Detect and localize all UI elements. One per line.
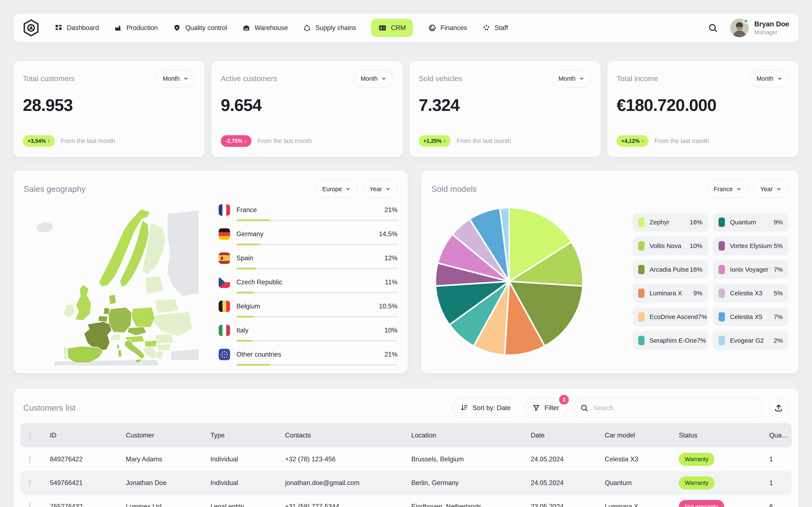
nav-item-production[interactable]: Production (114, 23, 158, 32)
map-balkans (142, 346, 158, 359)
search-input[interactable] (593, 404, 755, 412)
stat-period-select[interactable]: Month (750, 70, 789, 88)
nav-item-quality[interactable]: Quality control (172, 23, 227, 32)
nav-item-supply[interactable]: Supply chains (303, 23, 356, 32)
nav-item-finances[interactable]: Finances (428, 23, 467, 32)
change-badge: -2,75% ↓ (221, 135, 251, 147)
country-row-be: Belgium 10.5% (219, 300, 398, 318)
models-period-select[interactable]: Year (753, 180, 788, 198)
legend-percent: 5% (774, 290, 783, 297)
nav-search-icon[interactable] (708, 23, 718, 33)
map-portugal (63, 346, 68, 359)
column-header-date[interactable]: Date (529, 432, 603, 439)
country-percent: 12% (385, 255, 398, 262)
row-checkbox[interactable] (29, 479, 31, 487)
map-turkey (170, 349, 199, 360)
europe-map (21, 201, 207, 366)
legend-swatch (718, 241, 725, 250)
stat-title: Total customers (23, 74, 74, 83)
stat-card-0: Total customers Month 28.953 +3,54% ↑ Fr… (13, 61, 205, 157)
map-africa (53, 359, 160, 366)
column-header-status[interactable]: Status (677, 432, 767, 439)
row-checkbox[interactable] (29, 455, 31, 463)
export-button[interactable] (768, 398, 789, 418)
select-all-checkbox[interactable] (29, 432, 31, 439)
legend-percent: 10% (690, 242, 703, 249)
progress-fill (237, 220, 270, 221)
map-belarus (155, 298, 179, 313)
country-name: Belgium (237, 302, 260, 310)
progress-track (237, 292, 398, 293)
row-checkbox[interactable] (29, 503, 31, 507)
stat-period-select[interactable]: Month (156, 70, 195, 88)
stat-period-select[interactable]: Month (354, 70, 393, 88)
nav-item-warehouse[interactable]: Warehouse (242, 23, 288, 32)
nav-item-label: Staff (495, 24, 508, 32)
sold-models-header: Sold models France Year (432, 180, 788, 198)
table-row[interactable]: 765276432 Luminex Ltd. Legal entity +31 … (20, 495, 792, 507)
legend-percent: 7% (698, 313, 707, 321)
map-belgium (98, 316, 108, 322)
nav-item-label: Dashboard (67, 24, 99, 32)
stat-title: Active customers (221, 74, 277, 83)
legend-label: Seraphim E-One (650, 337, 697, 344)
nav-item-label: Finances (441, 24, 467, 32)
nav-item-crm[interactable]: CRM (371, 19, 413, 37)
nav-item-dashboard[interactable]: Dashboard (54, 23, 99, 32)
country-row-de: Germany 14,5% (219, 228, 398, 245)
country-row-eu: Other countries 21% (219, 349, 398, 366)
geo-region-select[interactable]: Europe (315, 180, 358, 198)
cell-date: 24.05.2024 (529, 455, 603, 463)
status-badge: Not warranty (679, 500, 724, 507)
table-row[interactable]: 549766421 Jonathan Doe Individual jonath… (20, 471, 792, 495)
country-row-es: Spain 12% (219, 252, 398, 269)
crm-dashboard-page: Dashboard Production Quality control War… (0, 0, 812, 507)
sold-models-title: Sold models (432, 184, 477, 194)
country-row-cz: Czech Republic 11% (219, 277, 398, 293)
finances-icon (428, 23, 437, 32)
country-name: Spain (237, 255, 253, 262)
cell-car-model: Luminara X (603, 503, 677, 507)
legend-percent: 9% (774, 219, 783, 226)
country-row-it: Italy 10% (219, 325, 398, 342)
quality-icon (172, 23, 182, 32)
legend-percent: 7% (774, 313, 783, 321)
map-bulgaria (157, 344, 171, 351)
nav-item-staff[interactable]: Staff (482, 23, 508, 32)
user-info: Bryan Doe Manager (754, 20, 789, 36)
flag-cz-icon (219, 277, 230, 288)
chevron-down-icon (777, 76, 782, 81)
brand-logo-icon[interactable] (23, 19, 39, 37)
column-header-car-model[interactable]: Car model (603, 432, 677, 439)
change-badge: +1,25% ↑ (419, 135, 451, 147)
cell-date: 24.05.2024 (529, 479, 603, 487)
sort-icon (460, 404, 468, 412)
cell-type: Individual (208, 479, 283, 487)
column-header-quantity[interactable]: Quantity (767, 432, 792, 439)
table-body: 849276422 Mary Adams Individual +32 (78)… (20, 447, 792, 507)
legend-item-vortex-elysium: Vortex Elysium 5% (713, 237, 788, 255)
online-status-dot (743, 18, 748, 24)
chevron-down-icon (385, 186, 391, 192)
column-header-customer[interactable]: Customer (124, 432, 208, 439)
column-header-type[interactable]: Type (208, 432, 283, 439)
column-header-location[interactable]: Location (409, 432, 529, 439)
table-row[interactable]: 849276422 Mary Adams Individual +32 (78)… (20, 447, 792, 471)
legend-percent: 7% (697, 337, 706, 344)
change-badge: +4,12% ↑ (617, 135, 649, 147)
flag-it-icon (219, 325, 230, 336)
column-header-contacts[interactable]: Contacts (283, 432, 409, 439)
supply-icon (303, 23, 311, 32)
sort-button[interactable]: Sort by: Date (452, 398, 519, 418)
flag-fr-icon (219, 204, 230, 216)
divider (23, 126, 195, 127)
change-badge: +3,54% ↑ (23, 135, 55, 147)
table-search[interactable] (573, 398, 763, 418)
map-hungary (144, 340, 157, 347)
user-menu[interactable]: Bryan Doe Manager (730, 18, 789, 37)
models-region-select[interactable]: France (707, 180, 748, 198)
geo-period-select[interactable]: Year (363, 180, 398, 198)
divider (617, 126, 789, 127)
column-header-id[interactable]: ID (48, 432, 124, 439)
stat-period-select[interactable]: Month (552, 70, 591, 88)
